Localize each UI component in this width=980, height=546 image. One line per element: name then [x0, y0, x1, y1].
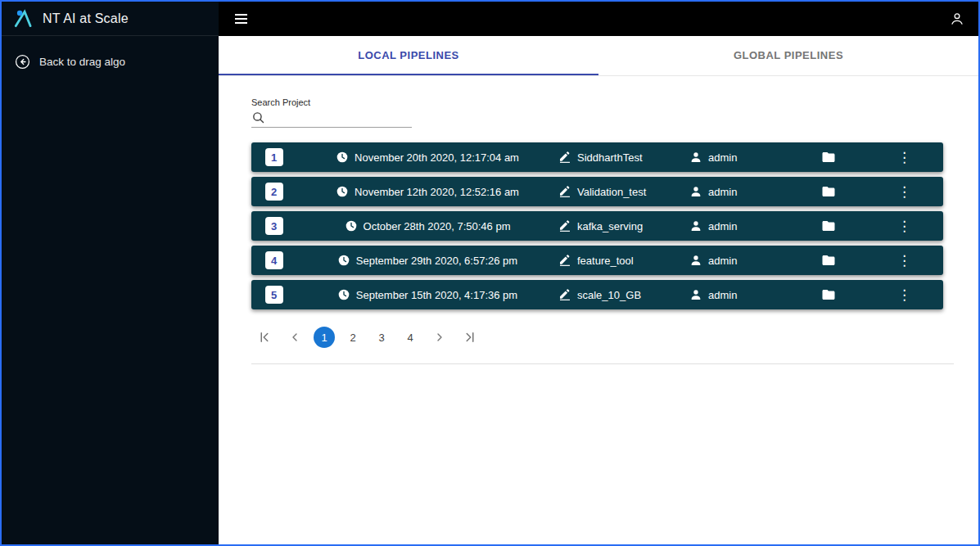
row-folder-cell [792, 184, 865, 199]
clock-icon [337, 288, 350, 301]
row-index-badge: 2 [265, 183, 283, 201]
row-index-badge: 4 [265, 251, 283, 269]
row-created-date: September 15th 2020, 4:17:36 pm [296, 288, 558, 301]
pipeline-list: 1 November 20th 2020, 12:17:04 am Siddha… [251, 142, 943, 309]
row-index-badge: 1 [265, 148, 283, 166]
row-owner: admin [689, 185, 792, 198]
row-more-options-icon[interactable]: ⋮ [897, 219, 911, 233]
open-folder-button[interactable] [821, 219, 836, 233]
row-owner: admin [689, 254, 792, 267]
row-more-options-icon[interactable]: ⋮ [897, 151, 911, 165]
edit-icon [558, 219, 571, 232]
row-menu-cell: ⋮ [865, 151, 943, 165]
person-icon [689, 254, 702, 267]
person-icon [689, 219, 702, 232]
open-folder-button[interactable] [821, 287, 836, 302]
row-index-badge: 5 [265, 286, 283, 304]
row-index: 4 [251, 251, 296, 269]
search-icon [251, 111, 265, 124]
person-icon [689, 288, 702, 301]
edit-icon [558, 185, 571, 198]
row-more-options-icon[interactable]: ⋮ [897, 254, 911, 268]
main-area: LOCAL PIPELINES GLOBAL PIPELINES Search … [219, 2, 978, 544]
app-window: NT AI at Scale Back to drag algo [0, 0, 980, 546]
row-folder-cell [792, 253, 865, 268]
row-index: 2 [251, 183, 296, 201]
sidebar-item-back-to-drag-algo[interactable]: Back to drag algo [2, 49, 219, 74]
row-index-badge: 3 [265, 217, 283, 235]
page-button-4[interactable]: 4 [400, 327, 421, 348]
clock-icon [337, 254, 350, 267]
clock-icon [336, 185, 349, 198]
row-menu-cell: ⋮ [865, 288, 943, 302]
open-folder-button[interactable] [821, 253, 836, 268]
row-menu-cell: ⋮ [865, 185, 943, 199]
sidebar-header: NT AI at Scale [2, 2, 219, 36]
search-label: Search Project [251, 97, 954, 107]
row-folder-cell [792, 219, 865, 233]
prev-page-button[interactable] [283, 326, 306, 349]
open-folder-button[interactable] [821, 150, 836, 165]
local-pipelines-panel: Search Project 1 No [219, 76, 978, 364]
row-index: 5 [251, 286, 296, 304]
row-more-options-icon[interactable]: ⋮ [897, 288, 911, 302]
tab-local-pipelines[interactable]: LOCAL PIPELINES [219, 36, 598, 75]
row-created-date: October 28th 2020, 7:50:46 pm [296, 219, 558, 232]
edit-icon [558, 151, 571, 164]
row-created-date: November 12th 2020, 12:52:16 am [296, 185, 558, 198]
row-pipeline-name: feature_tool [558, 254, 689, 267]
row-more-options-icon[interactable]: ⋮ [897, 185, 911, 199]
pipeline-row[interactable]: 2 November 12th 2020, 12:52:16 am Valida… [251, 177, 943, 206]
person-icon [689, 185, 702, 198]
page-button-1[interactable]: 1 [314, 327, 335, 348]
edit-icon [558, 254, 571, 267]
row-folder-cell [792, 287, 865, 302]
row-created-date: November 20th 2020, 12:17:04 am [296, 151, 558, 164]
row-pipeline-name: SiddharthTest [558, 151, 689, 164]
row-index: 1 [251, 148, 296, 166]
top-bar [219, 2, 978, 36]
page-button-2[interactable]: 2 [342, 327, 364, 348]
row-index: 3 [251, 217, 296, 235]
search-input[interactable] [270, 112, 412, 124]
next-page-button[interactable] [428, 326, 451, 349]
first-page-button[interactable] [253, 326, 276, 349]
row-owner: admin [689, 288, 792, 301]
back-arrow-circle-icon [15, 54, 30, 70]
pipelines-tabs: LOCAL PIPELINES GLOBAL PIPELINES [219, 36, 978, 76]
clock-icon [345, 219, 358, 232]
search-field [251, 111, 412, 128]
page-button-3[interactable]: 3 [371, 327, 392, 348]
user-account-icon[interactable] [949, 11, 965, 27]
edit-icon [558, 288, 571, 301]
row-folder-cell [792, 150, 865, 165]
open-folder-button[interactable] [821, 184, 836, 199]
pipeline-row[interactable]: 3 October 28th 2020, 7:50:46 pm kafka_se… [251, 211, 943, 241]
person-icon [689, 151, 702, 164]
row-pipeline-name: Validation_test [558, 185, 689, 198]
pipeline-row[interactable]: 4 September 29th 2020, 6:57:26 pm featur… [251, 246, 943, 275]
back-label: Back to drag algo [39, 56, 125, 68]
menu-hamburger-icon[interactable] [232, 11, 251, 27]
row-menu-cell: ⋮ [865, 219, 943, 233]
row-owner: admin [689, 151, 792, 164]
tab-global-pipelines[interactable]: GLOBAL PIPELINES [598, 36, 978, 75]
panel-divider [251, 363, 954, 364]
pipeline-row[interactable]: 1 November 20th 2020, 12:17:04 am Siddha… [251, 142, 943, 172]
sidebar: NT AI at Scale Back to drag algo [2, 2, 219, 544]
app-logo-icon [13, 8, 34, 29]
row-created-date: September 29th 2020, 6:57:26 pm [296, 254, 558, 267]
pagination: 1234 [251, 326, 954, 349]
last-page-button[interactable] [458, 326, 481, 349]
row-menu-cell: ⋮ [865, 254, 943, 268]
row-pipeline-name: kafka_serving [558, 219, 689, 232]
row-owner: admin [689, 219, 792, 232]
page-number-buttons: 1234 [314, 327, 421, 348]
pipeline-row[interactable]: 5 September 15th 2020, 4:17:36 pm scale_… [251, 280, 943, 309]
app-title: NT AI at Scale [43, 11, 129, 26]
clock-icon [336, 151, 349, 164]
row-pipeline-name: scale_10_GB [558, 288, 689, 301]
